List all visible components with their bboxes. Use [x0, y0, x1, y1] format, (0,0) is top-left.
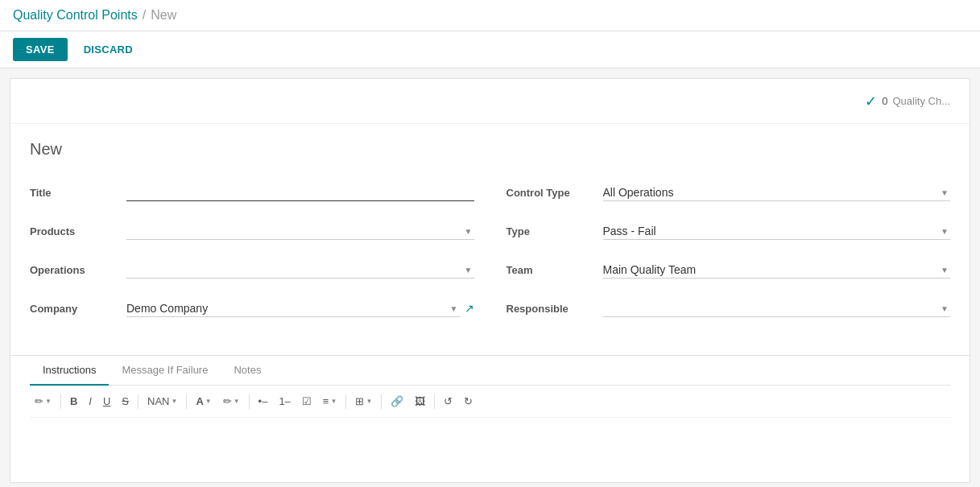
- form-right: Control Type All Operations ▼ Type: [507, 178, 951, 332]
- responsible-select[interactable]: [603, 300, 951, 317]
- bold-button[interactable]: B: [65, 392, 82, 411]
- type-label: Type: [507, 225, 603, 237]
- editor-toolbar: ✏ ▼ B I U S NAN ▼ A: [30, 386, 950, 418]
- sep3: [186, 394, 187, 409]
- image-icon: 🖼: [415, 395, 425, 407]
- highlight-button[interactable]: ✏ ▼: [218, 392, 245, 411]
- products-select[interactable]: [126, 223, 474, 240]
- ordered-list-button[interactable]: 1–: [274, 392, 295, 411]
- sep7: [434, 394, 435, 409]
- font-label: NAN: [147, 395, 169, 407]
- company-label: Company: [30, 303, 126, 315]
- italic-button[interactable]: I: [84, 392, 97, 411]
- title-input[interactable]: [126, 184, 474, 201]
- align-dropdown-arrow: ▼: [330, 398, 337, 405]
- link-icon: 🔗: [391, 395, 403, 407]
- team-select-wrapper: Main Quality Team ▼: [603, 262, 951, 279]
- strikethrough-icon: S: [122, 395, 129, 407]
- team-select[interactable]: Main Quality Team: [603, 262, 951, 279]
- breadcrumb: Quality Control Points / New: [13, 8, 176, 23]
- ordered-list-icon: 1–: [279, 395, 290, 407]
- control-type-row: Control Type All Operations ▼: [507, 178, 951, 207]
- control-type-select[interactable]: All Operations: [603, 184, 951, 201]
- table-dropdown-arrow: ▼: [366, 398, 372, 405]
- operations-field: ▼: [126, 262, 474, 279]
- breadcrumb-separator: /: [143, 8, 146, 23]
- company-select[interactable]: Demo Company: [126, 300, 460, 317]
- operations-select[interactable]: [126, 262, 474, 279]
- type-row: Type Pass - Fail ▼: [507, 217, 951, 246]
- font-color-dropdown-arrow: ▼: [205, 398, 212, 405]
- type-select-wrapper: Pass - Fail ▼: [603, 223, 951, 240]
- unordered-list-button[interactable]: •–: [254, 392, 273, 411]
- record-body: New Title Products: [10, 124, 970, 349]
- team-label: Team: [507, 264, 603, 276]
- top-bar: Quality Control Points / New: [0, 0, 980, 31]
- chatter-label: Quality Ch...: [892, 95, 950, 107]
- redo-icon: ↻: [464, 395, 473, 407]
- discard-button[interactable]: DISCARD: [74, 38, 143, 61]
- action-bar: SAVE DISCARD: [0, 31, 980, 68]
- link-button[interactable]: 🔗: [386, 392, 408, 411]
- sep4: [249, 394, 250, 409]
- italic-icon: I: [89, 395, 92, 407]
- tab-message-if-failure[interactable]: Message If Failure: [109, 356, 221, 386]
- control-type-select-wrapper: All Operations ▼: [603, 184, 951, 201]
- sep6: [381, 394, 382, 409]
- title-row: Title: [30, 178, 474, 207]
- operations-label: Operations: [30, 264, 126, 276]
- underline-button[interactable]: U: [98, 392, 115, 411]
- type-select[interactable]: Pass - Fail: [603, 223, 951, 240]
- chatter-button[interactable]: ✓ 0 Quality Ch...: [858, 89, 957, 113]
- breadcrumb-current: New: [151, 8, 176, 23]
- control-type-field: All Operations ▼: [603, 184, 951, 201]
- align-button[interactable]: ≡ ▼: [318, 392, 342, 411]
- check-icon: ✓: [865, 93, 877, 110]
- responsible-field: ▼: [603, 300, 951, 317]
- type-field: Pass - Fail ▼: [603, 223, 951, 240]
- table-button[interactable]: ⊞ ▼: [350, 392, 377, 411]
- editor-area[interactable]: [30, 418, 950, 482]
- title-label: Title: [30, 187, 126, 199]
- tab-instructions[interactable]: Instructions: [30, 356, 109, 386]
- responsible-row: Responsible ▼: [507, 294, 951, 323]
- form-left: Title Products ▼: [30, 178, 474, 332]
- products-select-wrapper: ▼: [126, 223, 474, 240]
- font-color-button[interactable]: A ▼: [191, 392, 216, 411]
- font-button[interactable]: NAN ▼: [143, 392, 182, 411]
- format-pen-button[interactable]: ✏ ▼: [30, 392, 56, 411]
- form-grid: Title Products ▼: [30, 178, 950, 332]
- responsible-select-wrapper: ▼: [603, 300, 951, 317]
- sep5: [345, 394, 346, 409]
- record-title: New: [30, 140, 950, 159]
- checklist-icon: ☑: [302, 395, 312, 407]
- company-row: Company Demo Company ▼ ↗: [30, 294, 474, 323]
- checklist-button[interactable]: ☑: [297, 392, 316, 411]
- products-row: Products ▼: [30, 217, 474, 246]
- undo-button[interactable]: ↺: [439, 392, 457, 411]
- strikethrough-button[interactable]: S: [117, 392, 134, 411]
- team-row: Team Main Quality Team ▼: [507, 255, 951, 284]
- image-button[interactable]: 🖼: [410, 392, 430, 411]
- sep2: [138, 394, 139, 409]
- font-dropdown-arrow: ▼: [171, 398, 177, 405]
- pen-icon: ✏: [35, 395, 43, 407]
- company-field: Demo Company ▼ ↗: [126, 300, 474, 317]
- breadcrumb-parent[interactable]: Quality Control Points: [13, 8, 138, 23]
- highlight-dropdown-arrow: ▼: [234, 398, 240, 405]
- company-select-wrapper: Demo Company ▼: [126, 300, 460, 317]
- unordered-list-icon: •–: [258, 395, 268, 407]
- tab-notes[interactable]: Notes: [221, 356, 274, 386]
- bold-icon: B: [70, 395, 77, 407]
- font-color-icon: A: [196, 395, 203, 407]
- company-external-link-icon[interactable]: ↗: [465, 302, 474, 315]
- table-icon: ⊞: [355, 395, 364, 407]
- products-label: Products: [30, 225, 126, 237]
- products-field: ▼: [126, 223, 474, 240]
- redo-button[interactable]: ↻: [459, 392, 478, 411]
- title-field: [126, 184, 474, 201]
- record-header: ✓ 0 Quality Ch...: [10, 79, 970, 124]
- save-button[interactable]: SAVE: [13, 38, 68, 61]
- underline-icon: U: [103, 395, 110, 407]
- undo-icon: ↺: [444, 395, 453, 407]
